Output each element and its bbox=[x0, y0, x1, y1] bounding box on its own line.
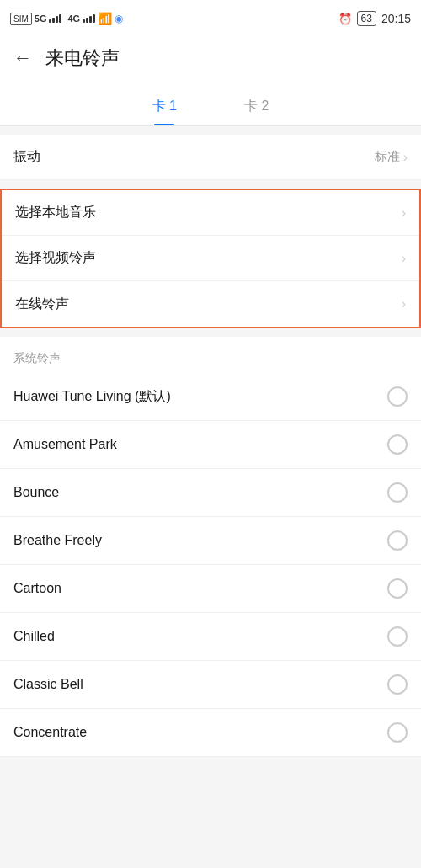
ringtone-item-4[interactable]: Cartoon bbox=[0, 565, 421, 613]
signal-strength-2 bbox=[83, 14, 95, 23]
radio-0[interactable] bbox=[387, 386, 408, 407]
back-button[interactable]: ← bbox=[13, 47, 32, 69]
radio-7[interactable] bbox=[387, 722, 408, 743]
ringtone-item-7[interactable]: Concentrate bbox=[0, 709, 421, 757]
system-ringtones-label: 系统铃声 bbox=[13, 351, 61, 365]
ringtone-item-6[interactable]: Classic Bell bbox=[0, 661, 421, 709]
local-music-chevron: › bbox=[402, 205, 406, 221]
video-ringtone-chevron: › bbox=[402, 251, 406, 266]
divider-below-highlight bbox=[0, 328, 421, 337]
radio-6[interactable] bbox=[387, 674, 408, 695]
wifi-icon: 📶 bbox=[98, 12, 112, 25]
network-5g: 5G bbox=[35, 13, 47, 24]
sim-tabs: 卡 1 卡 2 bbox=[0, 83, 421, 126]
vibration-chevron: › bbox=[403, 150, 408, 165]
system-ringtones-header: 系统铃声 bbox=[0, 337, 421, 373]
divider-top bbox=[0, 126, 421, 135]
signal-strength-1 bbox=[49, 14, 61, 23]
sim1-badge: SIM bbox=[10, 13, 32, 25]
radio-4[interactable] bbox=[387, 578, 408, 599]
ringtone-list: Huawei Tune Living (默认) Amusement Park B… bbox=[0, 373, 421, 757]
extra-icon: ◉ bbox=[115, 13, 123, 24]
tab-sim1[interactable]: 卡 1 bbox=[144, 91, 185, 125]
vibration-row[interactable]: 振动 标准 › bbox=[0, 135, 421, 180]
vibration-value: 标准 › bbox=[375, 149, 408, 165]
radio-5[interactable] bbox=[387, 626, 408, 647]
ringtone-item-1[interactable]: Amusement Park bbox=[0, 421, 421, 469]
ringtone-item-5[interactable]: Chilled bbox=[0, 613, 421, 661]
menu-item-local-music[interactable]: 选择本地音乐 › bbox=[2, 190, 419, 236]
ringtone-item-0[interactable]: Huawei Tune Living (默认) bbox=[0, 373, 421, 421]
divider-mid bbox=[0, 180, 421, 189]
ringtone-item-3[interactable]: Breathe Freely bbox=[0, 517, 421, 565]
menu-item-video-ringtone[interactable]: 选择视频铃声 › bbox=[2, 236, 419, 281]
radio-3[interactable] bbox=[387, 530, 408, 551]
page-header: ← 来电铃声 bbox=[0, 37, 421, 83]
ringtone-item-2[interactable]: Bounce bbox=[0, 469, 421, 517]
menu-item-online-ringtone[interactable]: 在线铃声 › bbox=[2, 281, 419, 327]
status-bar: SIM 5G 4G 📶 ◉ ⏰ 63 20:15 bbox=[0, 0, 421, 37]
alarm-icon: ⏰ bbox=[338, 13, 352, 25]
battery-indicator: 63 bbox=[357, 11, 376, 26]
highlighted-menu-box: 选择本地音乐 › 选择视频铃声 › 在线铃声 › bbox=[0, 189, 421, 328]
vibration-label: 振动 bbox=[13, 148, 40, 166]
radio-2[interactable] bbox=[387, 482, 408, 503]
radio-1[interactable] bbox=[387, 434, 408, 455]
network-4g: 4G bbox=[67, 13, 80, 24]
online-ringtone-chevron: › bbox=[402, 296, 406, 312]
tab-sim2[interactable]: 卡 2 bbox=[236, 91, 277, 125]
status-bar-left: SIM 5G 4G 📶 ◉ bbox=[10, 12, 123, 25]
status-bar-right: ⏰ 63 20:15 bbox=[338, 11, 411, 26]
page-title: 来电铃声 bbox=[45, 45, 120, 71]
time-display: 20:15 bbox=[381, 12, 411, 25]
